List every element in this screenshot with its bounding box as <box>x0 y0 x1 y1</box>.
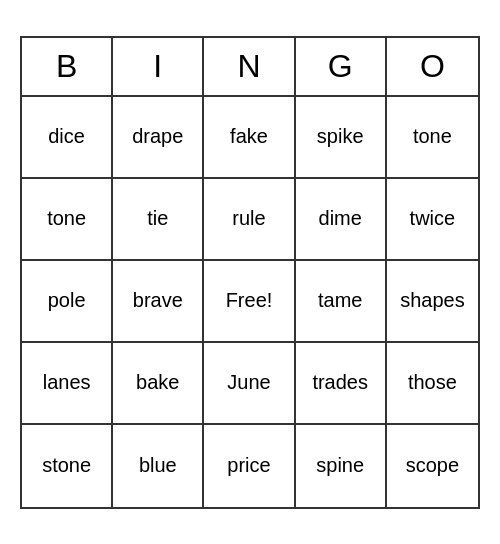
bingo-cell-r3-c3[interactable]: trades <box>296 343 387 425</box>
bingo-header: BINGO <box>22 38 478 97</box>
header-letter-N: N <box>204 38 295 95</box>
header-letter-I: I <box>113 38 204 95</box>
bingo-cell-r0-c1[interactable]: drape <box>113 97 204 179</box>
bingo-cell-r3-c2[interactable]: June <box>204 343 295 425</box>
header-letter-O: O <box>387 38 478 95</box>
bingo-cell-r1-c1[interactable]: tie <box>113 179 204 261</box>
bingo-cell-r2-c3[interactable]: tame <box>296 261 387 343</box>
bingo-cell-r1-c3[interactable]: dime <box>296 179 387 261</box>
bingo-cell-r1-c0[interactable]: tone <box>22 179 113 261</box>
bingo-card: BINGO dicedrapefakespiketonetonetieruled… <box>20 36 480 509</box>
bingo-cell-r2-c0[interactable]: pole <box>22 261 113 343</box>
bingo-cell-r0-c3[interactable]: spike <box>296 97 387 179</box>
bingo-cell-r4-c4[interactable]: scope <box>387 425 478 507</box>
bingo-cell-r3-c4[interactable]: those <box>387 343 478 425</box>
header-letter-G: G <box>296 38 387 95</box>
header-letter-B: B <box>22 38 113 95</box>
bingo-cell-r4-c2[interactable]: price <box>204 425 295 507</box>
bingo-cell-r2-c2[interactable]: Free! <box>204 261 295 343</box>
bingo-cell-r4-c1[interactable]: blue <box>113 425 204 507</box>
bingo-cell-r3-c1[interactable]: bake <box>113 343 204 425</box>
bingo-cell-r1-c2[interactable]: rule <box>204 179 295 261</box>
bingo-cell-r4-c0[interactable]: stone <box>22 425 113 507</box>
bingo-cell-r0-c0[interactable]: dice <box>22 97 113 179</box>
bingo-grid: dicedrapefakespiketonetonetieruledimetwi… <box>22 97 478 507</box>
bingo-cell-r3-c0[interactable]: lanes <box>22 343 113 425</box>
bingo-cell-r2-c1[interactable]: brave <box>113 261 204 343</box>
bingo-cell-r1-c4[interactable]: twice <box>387 179 478 261</box>
bingo-cell-r4-c3[interactable]: spine <box>296 425 387 507</box>
bingo-cell-r0-c2[interactable]: fake <box>204 97 295 179</box>
bingo-cell-r0-c4[interactable]: tone <box>387 97 478 179</box>
bingo-cell-r2-c4[interactable]: shapes <box>387 261 478 343</box>
